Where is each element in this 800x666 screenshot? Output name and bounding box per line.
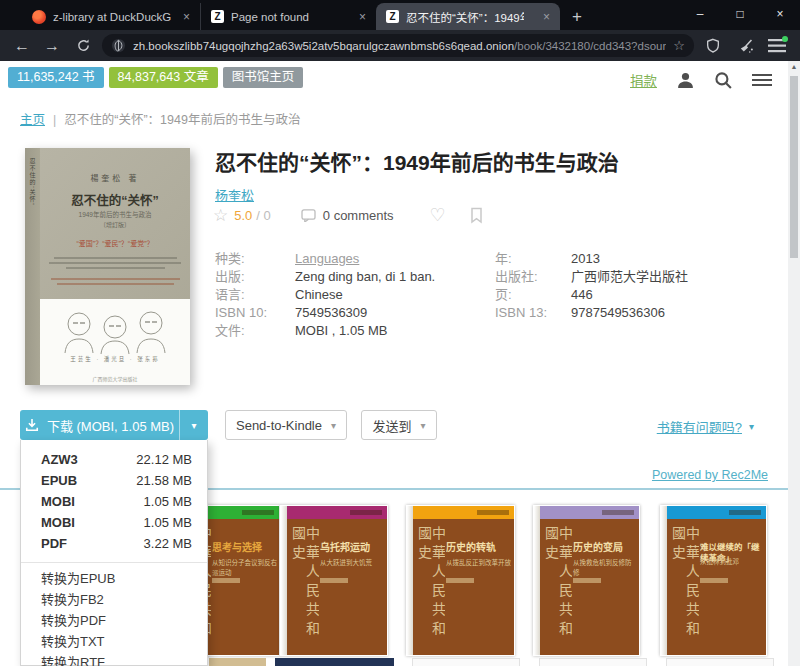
download-options-toggle[interactable]: ▾ <box>179 410 208 440</box>
zlibrary-favicon: Z <box>386 10 399 23</box>
related-cover: 中華人民共和國史 乌托邦运动 从大跃进到大饥荒 <box>287 506 387 655</box>
related-book-3[interactable]: 中華人民共和國史 历史的转轨 从拨乱反正到改革开放 <box>406 505 515 656</box>
library-home-badge[interactable]: 图书馆主页 <box>223 67 304 88</box>
cover-band <box>667 506 766 519</box>
related-cover: 中華人民共和國史 历史的变局 从挽救危机到反修防修 <box>540 506 639 655</box>
cover-band <box>287 506 387 519</box>
window-controls: – □ × <box>680 0 800 28</box>
books-count-badge[interactable]: 11,635,242 书 <box>8 67 104 88</box>
rating-star-icon[interactable]: ☆ <box>213 205 228 226</box>
shield-icon <box>705 38 721 54</box>
chevron-down-icon: ▾ <box>749 421 754 432</box>
zlibrary-favicon: Z <box>211 10 224 23</box>
reload-button[interactable] <box>70 38 96 53</box>
author-link[interactable]: 杨奎松 <box>215 185 254 204</box>
tab-close-icon[interactable]: × <box>541 10 552 24</box>
related-subtitle: 从挽救危机到反修防修 <box>573 557 637 577</box>
format-name: MOBI <box>41 494 75 509</box>
book-cover[interactable]: 忍不住的“关怀” 楊奎松 著 忍不住的“关怀” 1949年前后的书生与政治 〔增… <box>25 148 190 385</box>
format-size: 22.12 MB <box>136 452 192 467</box>
send-to-kindle-button[interactable]: Send-to-Kindle ▾ <box>225 410 347 440</box>
cover-title: 忍不住的“关怀” <box>40 190 190 209</box>
format-name: EPUB <box>41 473 77 488</box>
convert-to-pdf[interactable]: 转换为PDF <box>21 610 207 631</box>
format-option-azw3[interactable]: AZW322.12 MB <box>21 449 207 470</box>
send-to-button[interactable]: 发送到 ▾ <box>361 410 437 440</box>
format-size: 21.58 MB <box>136 473 192 488</box>
tab-page-not-found[interactable]: Z Page not found × <box>200 3 376 30</box>
related-subtitle: 从拨乱反正到改革开放 <box>446 557 512 567</box>
tab-close-icon[interactable]: × <box>181 10 192 24</box>
tab-duckduckgo[interactable]: z-library at DuckDuckGo × <box>22 3 200 30</box>
report-issue-link[interactable]: 书籍有问题吗? ▾ <box>657 417 754 436</box>
save-bookmark-icon[interactable] <box>470 207 483 224</box>
convert-to-rtf[interactable]: 转换为RTF <box>21 652 207 666</box>
user-icon <box>676 71 695 90</box>
browser-menu-button[interactable] <box>764 39 790 53</box>
issues-label: 书籍有问题吗? <box>657 417 742 436</box>
tab-book-page-active[interactable]: Z 忍不住的“关怀”：1949年前后的 × <box>376 3 560 30</box>
tab-close-icon[interactable]: × <box>357 10 368 24</box>
tab-title: z-library at DuckDuckGo <box>53 11 171 23</box>
comments-link[interactable]: 0 comments <box>301 208 394 223</box>
related-book-partial[interactable] <box>209 658 266 666</box>
page-scrollbar[interactable]: ▲ <box>788 61 800 666</box>
window-maximize-button[interactable]: □ <box>720 0 760 28</box>
series-vertical-title: 中華人民共和國史 <box>417 526 445 651</box>
convert-to-txt[interactable]: 转换为TXT <box>21 631 207 652</box>
window-minimize-button[interactable]: – <box>680 0 720 28</box>
bookmark-star-icon[interactable]: ☆ <box>673 38 685 53</box>
related-subtitle: 从大跃进到大饥荒 <box>320 557 385 567</box>
related-book-2[interactable]: 中華人民共和國史 乌托邦运动 从大跃进到大饥荒 <box>280 505 388 656</box>
breadcrumb-home-link[interactable]: 主页 <box>20 113 45 127</box>
related-book-partial[interactable] <box>666 658 774 666</box>
related-author-mark <box>212 578 240 583</box>
format-option-mobi[interactable]: MOBI1.05 MB <box>21 491 207 512</box>
download-button[interactable]: 下载 (MOBI, 1.05 MB) <box>20 410 179 440</box>
format-option-mobi-2[interactable]: MOBI1.05 MB <box>21 512 207 533</box>
related-book-partial[interactable] <box>275 658 394 666</box>
page-content: 11,635,242 书 84,837,643 文章 图书馆主页 捐款 主页|忍… <box>0 61 800 666</box>
tab-title: Page not found <box>231 11 309 23</box>
related-title: 历史的变局 <box>573 542 636 555</box>
comment-icon <box>301 209 316 222</box>
format-option-pdf[interactable]: PDF3.22 MB <box>21 533 207 554</box>
related-book-4[interactable]: 中華人民共和國史 历史的变局 从挽救危机到反修防修 <box>533 505 640 656</box>
forward-button[interactable]: → <box>40 37 64 55</box>
category-link[interactable]: Languages <box>295 250 359 268</box>
related-book-5[interactable]: 中華人民共和國史 难以继续的「继续革命」 从批林到批邓 <box>660 505 767 656</box>
favorite-heart-icon[interactable]: ♡ <box>430 204 446 226</box>
powered-by-rec2me-link[interactable]: Powered by Rec2Me <box>652 468 768 482</box>
address-bar[interactable]: zh.bookszlibb74ugqojhzhg2a63w5i2atv5bqar… <box>102 34 694 57</box>
new-tab-button[interactable]: + <box>560 7 594 30</box>
convert-to-epub[interactable]: 转换为EPUB <box>21 568 207 589</box>
donate-link[interactable]: 捐款 <box>630 70 657 90</box>
meta-value: Chinese <box>295 286 343 304</box>
shield-button[interactable] <box>700 38 726 54</box>
download-format-dropdown: AZW322.12 MB EPUB21.58 MB MOBI1.05 MB MO… <box>20 440 208 666</box>
cover-paragraph-lines <box>40 254 190 272</box>
browser-toolbar: ← → zh.bookszlibb74ugqojhzhg2a63w5i2atv5… <box>0 30 800 61</box>
articles-count-badge[interactable]: 84,837,643 文章 <box>109 67 218 88</box>
chevron-down-icon: ▾ <box>191 420 196 431</box>
format-size: 1.05 MB <box>144 515 192 530</box>
scrollbar-thumb[interactable] <box>790 76 798 258</box>
window-close-button[interactable]: × <box>760 0 800 28</box>
related-subtitle: 从批林到批邓 <box>700 556 764 566</box>
scrollbar-up-arrow[interactable]: ▲ <box>788 63 800 70</box>
convert-to-fb2[interactable]: 转换为FB2 <box>21 589 207 610</box>
site-menu-button[interactable] <box>752 71 772 89</box>
format-option-epub[interactable]: EPUB21.58 MB <box>21 470 207 491</box>
related-book-partial[interactable] <box>412 658 520 666</box>
send-label: 发送到 <box>372 416 411 435</box>
profile-button[interactable] <box>676 71 695 90</box>
related-book-partial[interactable] <box>539 658 647 666</box>
spine-title: 忍不住的“关怀” <box>28 158 37 206</box>
cleaner-button[interactable] <box>732 38 758 54</box>
comments-count: 0 comments <box>323 208 394 223</box>
meta-label: 种类: <box>215 250 295 268</box>
search-button[interactable] <box>714 71 733 90</box>
back-button[interactable]: ← <box>10 37 34 55</box>
chevron-down-icon: ▾ <box>331 420 336 431</box>
meta-label: 语言: <box>215 286 295 304</box>
